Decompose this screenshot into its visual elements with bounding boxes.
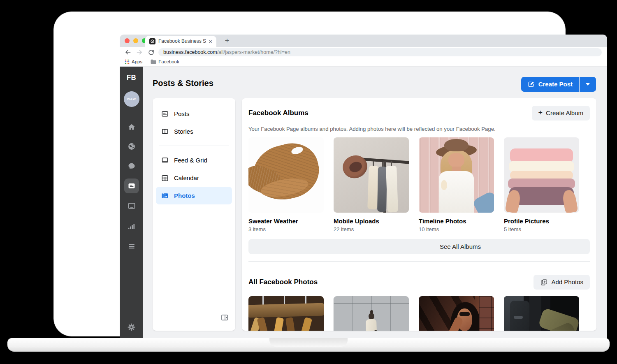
album-card-mobile-uploads[interactable]: Mobile Uploads 22 items bbox=[334, 137, 409, 233]
tab-close-icon[interactable]: × bbox=[209, 38, 212, 45]
rail-item-audience[interactable] bbox=[124, 139, 139, 154]
bookmark-apps[interactable]: Apps bbox=[125, 59, 142, 65]
content-area: Posts & Stories Create Post Posts bbox=[143, 67, 607, 340]
tab-title: Facebook Business Suite bbox=[158, 38, 206, 44]
rail-item-home[interactable] bbox=[124, 120, 139, 134]
bookmark-apps-label: Apps bbox=[132, 59, 142, 65]
art-shape bbox=[448, 153, 464, 167]
art-shape bbox=[439, 171, 473, 213]
add-photos-label: Add Photos bbox=[551, 278, 583, 286]
photo-thumb-car[interactable] bbox=[504, 296, 579, 331]
nav-item-label: Calendar bbox=[174, 174, 199, 182]
photo-art bbox=[419, 296, 494, 331]
photos-icon bbox=[161, 192, 169, 200]
nav-item-posts[interactable]: Posts bbox=[156, 105, 232, 123]
globe-icon bbox=[127, 142, 136, 151]
rail-item-settings[interactable] bbox=[124, 320, 139, 334]
feed-grid-icon bbox=[161, 156, 169, 165]
art-shape bbox=[334, 303, 409, 304]
photo-art bbox=[504, 296, 579, 331]
rail-item-inbox[interactable] bbox=[124, 159, 139, 174]
minimize-window-button[interactable] bbox=[133, 38, 138, 43]
avatar[interactable]: W&W bbox=[124, 91, 139, 107]
close-window-button[interactable] bbox=[125, 38, 130, 43]
album-card-timeline-photos[interactable]: Timeline Photos 10 items bbox=[419, 137, 494, 233]
art-shape bbox=[386, 166, 398, 213]
create-post-dropdown-button[interactable] bbox=[580, 77, 596, 92]
rail-item-posts[interactable] bbox=[124, 179, 139, 193]
calendar-icon bbox=[161, 174, 169, 182]
page-title: Posts & Stories bbox=[153, 78, 213, 88]
album-cover-timeline-photos[interactable] bbox=[419, 137, 494, 213]
album-count: 22 items bbox=[334, 226, 409, 233]
album-card-sweater-weather[interactable]: Sweater Weather 3 items bbox=[248, 137, 324, 233]
art-shape bbox=[561, 189, 578, 213]
nav-item-label: Feed & Grid bbox=[174, 157, 207, 164]
see-all-albums-button[interactable]: See All Albums bbox=[248, 239, 590, 254]
nav-item-label: Stories bbox=[174, 128, 193, 135]
albums-header: Facebook Albums + Create Album bbox=[248, 106, 590, 121]
nav-item-photos[interactable]: Photos bbox=[156, 187, 232, 204]
photo-art bbox=[248, 296, 324, 331]
chevron-down-icon bbox=[585, 83, 590, 86]
add-photo-icon bbox=[540, 278, 548, 286]
tab-favicon-camera-icon bbox=[149, 38, 155, 44]
nav-item-feed-grid[interactable]: Feed & Grid bbox=[156, 151, 232, 169]
create-post-button[interactable]: Create Post bbox=[521, 77, 579, 92]
album-cover-sweater-weather[interactable] bbox=[248, 137, 324, 213]
new-tab-button[interactable]: + bbox=[222, 35, 232, 46]
album-cover-profile-pictures[interactable] bbox=[504, 137, 579, 213]
albums-description: Your Facebook Page albums and photos. Ad… bbox=[248, 126, 590, 132]
section-divider bbox=[248, 261, 590, 262]
art-shape bbox=[366, 319, 377, 331]
rail-item-insights[interactable] bbox=[124, 219, 139, 234]
photos-grid bbox=[248, 296, 590, 331]
section-nav-card: Posts Stories Feed & Grid Calendar bbox=[153, 98, 235, 331]
browser-tab[interactable]: Facebook Business Suite × bbox=[145, 36, 216, 47]
rail-item-more[interactable] bbox=[124, 239, 139, 254]
albums-grid: Sweater Weather 3 items Mobile Uploads 2… bbox=[248, 137, 590, 233]
photo-thumb-hangers[interactable] bbox=[248, 296, 324, 331]
browser-toolbar: business.facebook.com/all/jaspers-market… bbox=[120, 47, 607, 58]
album-count: 3 items bbox=[248, 226, 324, 233]
add-photos-button[interactable]: Add Photos bbox=[533, 275, 590, 290]
album-art bbox=[419, 137, 494, 213]
photo-thumb-street[interactable] bbox=[334, 296, 409, 331]
forward-icon[interactable] bbox=[135, 48, 144, 56]
album-name: Timeline Photos bbox=[419, 218, 494, 225]
create-album-button[interactable]: + Create Album bbox=[532, 106, 590, 121]
fb-logo[interactable]: FB bbox=[120, 74, 143, 82]
url-domain: business.facebook.com bbox=[163, 49, 217, 56]
photo-art bbox=[334, 296, 409, 331]
album-count: 5 items bbox=[504, 226, 579, 233]
home-icon bbox=[127, 123, 136, 132]
bookmark-facebook[interactable]: Facebook bbox=[151, 59, 179, 65]
album-card-profile-pictures[interactable]: Profile Pictures 5 items bbox=[504, 137, 579, 233]
see-all-albums-label: See All Albums bbox=[440, 243, 481, 250]
art-shape bbox=[369, 313, 374, 320]
create-post-split-button: Create Post bbox=[521, 77, 596, 92]
url-path: /all/jaspers-market/home/?hl=en bbox=[217, 49, 290, 56]
nav-item-calendar[interactable]: Calendar bbox=[156, 169, 232, 187]
back-icon[interactable] bbox=[124, 48, 132, 56]
reload-icon[interactable] bbox=[147, 48, 155, 56]
url-bar[interactable]: business.facebook.com/all/jaspers-market… bbox=[158, 48, 602, 56]
folder-icon bbox=[151, 59, 156, 64]
bookmarks-bar: Apps Facebook bbox=[120, 58, 607, 67]
app-rail: FB W&W bbox=[120, 67, 143, 340]
art-shape bbox=[370, 310, 373, 313]
collapse-panel-icon bbox=[220, 313, 229, 322]
collapse-sidebar-button[interactable] bbox=[220, 313, 229, 322]
art-shape bbox=[248, 303, 324, 318]
rail-item-ads[interactable] bbox=[124, 199, 139, 213]
photo-thumb-portrait[interactable] bbox=[419, 296, 494, 331]
plus-icon: + bbox=[538, 109, 543, 118]
compose-icon bbox=[527, 81, 535, 88]
album-name: Mobile Uploads bbox=[334, 218, 409, 225]
insights-icon bbox=[127, 222, 136, 231]
art-shape bbox=[377, 167, 387, 212]
album-cover-mobile-uploads[interactable] bbox=[334, 137, 409, 213]
nav-item-label: Photos bbox=[174, 192, 195, 199]
nav-item-stories[interactable]: Stories bbox=[156, 123, 232, 140]
art-shape bbox=[459, 312, 470, 316]
